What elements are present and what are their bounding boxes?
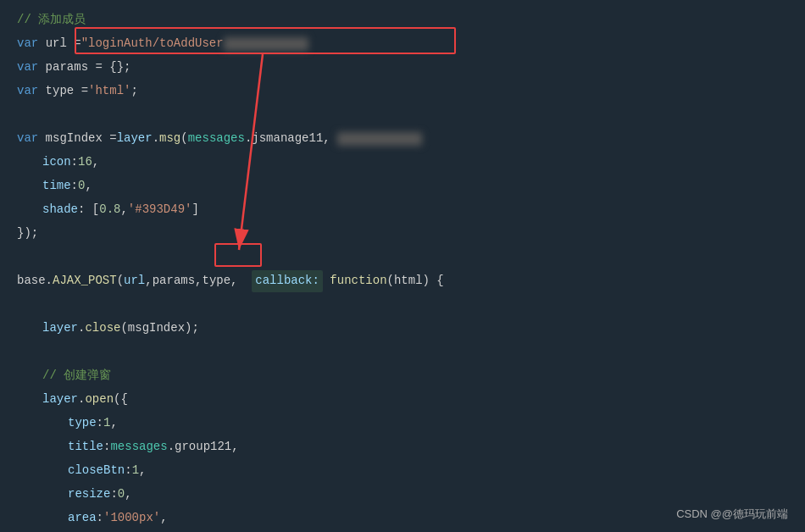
- comma-url: ,: [145, 271, 152, 291]
- html-param: (html) {: [387, 271, 444, 291]
- url-var-name: url =: [46, 34, 81, 54]
- icon-prop: icon: [42, 152, 71, 173]
- semicolon-1: ;: [130, 81, 137, 102]
- comma-3: ,: [120, 200, 127, 220]
- comma-closebtn: ,: [139, 461, 146, 481]
- paren-close-3: );: [185, 319, 199, 339]
- code-line-blank-4: [0, 341, 805, 364]
- code-line-time: time : 0 ,: [0, 175, 805, 198]
- colon-3: : [: [78, 200, 99, 220]
- layer-obj: layer: [117, 129, 153, 149]
- dot-1: .: [153, 129, 159, 149]
- dot-4: .: [78, 390, 85, 410]
- type1-prop: type: [68, 413, 97, 434]
- area-value: '1000px': [103, 508, 160, 529]
- dot-3: .: [78, 319, 85, 339]
- comma-1: ,: [92, 152, 99, 173]
- code-line-blank-3: [0, 293, 805, 317]
- shade-prop: shade: [42, 200, 78, 220]
- title-prop: title: [68, 437, 103, 457]
- space-2: [323, 271, 330, 291]
- keyword-var-4: var: [17, 129, 38, 149]
- shade-value-1: 0.8: [99, 200, 120, 220]
- paren-open-1: (: [180, 129, 187, 149]
- params-param: params,: [153, 271, 203, 291]
- code-line-ajax-post: base. AJAX_POST ( url , params, type, ca…: [0, 269, 805, 293]
- comment-text: // 添加成员: [17, 10, 86, 30]
- colon-area: :: [97, 508, 103, 529]
- open-paren-brace: ({: [114, 390, 128, 410]
- keyword-var-3: var: [17, 81, 38, 102]
- keyword-var-2: var: [17, 58, 38, 78]
- url-param: url: [124, 271, 145, 291]
- group121-prop: group121,: [175, 437, 239, 457]
- paren-open-3: (: [120, 319, 127, 339]
- base-obj: base.: [17, 271, 53, 291]
- open-method: open: [85, 390, 114, 410]
- code-line-shade: shade : [ 0.8 , '#393D49' ]: [0, 198, 805, 222]
- code-line-close-brace: });: [0, 222, 805, 246]
- code-line-var-params: var params = {};: [0, 56, 805, 80]
- close-method: close: [85, 319, 120, 339]
- colon-closebtn: :: [125, 461, 131, 481]
- dot-5: .: [168, 437, 175, 457]
- code-line-title1: title : messages . group121,: [0, 435, 805, 459]
- ajax-post-method: AJAX_POST: [53, 271, 117, 291]
- params-decl: params = {};: [38, 58, 130, 78]
- url-value: "loginAuth/toAddUser: [81, 34, 224, 54]
- msgindex-assign: msgIndex =: [38, 129, 116, 149]
- code-line-comment-create: // 创建弹窗: [0, 364, 805, 388]
- msg-method: msg: [159, 129, 180, 149]
- type-decl: type =: [38, 81, 88, 102]
- comma-type1: ,: [110, 413, 117, 434]
- code-line-var-url: var url = "loginAuth/toAddUser: [0, 32, 805, 56]
- type-value: 'html': [88, 81, 130, 102]
- icon-value: 16: [78, 152, 92, 173]
- resize-prop: resize: [68, 485, 110, 505]
- colon-resize: :: [110, 485, 117, 505]
- paren-open-2: (: [117, 271, 124, 291]
- time-prop: time: [42, 176, 71, 197]
- code-line-comment-add: // 添加成员: [0, 8, 805, 32]
- type1-value: 1: [103, 413, 110, 434]
- code-line-type1: type : 1 ,: [0, 412, 805, 435]
- comma-2: ,: [85, 176, 92, 197]
- code-line-layer-close: layer . close ( msgIndex );: [0, 317, 805, 341]
- jsmanage-prop: jsmanage11,: [252, 129, 337, 149]
- watermark: CSDN @@德玛玩前端: [676, 507, 788, 522]
- area-prop: area: [68, 508, 97, 529]
- code-line-closebtn: closeBtn : 1 ,: [0, 459, 805, 483]
- dot-2: .: [245, 129, 252, 149]
- callback-keyword: callback:: [252, 270, 323, 292]
- keyword-var-1: var: [17, 34, 38, 54]
- code-line-resize: resize : 0 ,: [0, 483, 805, 507]
- code-editor: // 添加成员 var url = "loginAuth/toAddUser v…: [0, 0, 805, 532]
- colon-1: :: [71, 152, 78, 173]
- code-line-var-type: var type = 'html' ;: [0, 80, 805, 103]
- close-brace-1: });: [17, 224, 38, 244]
- messages-obj-2: messages: [110, 437, 167, 457]
- closebtn-prop: closeBtn: [68, 461, 125, 481]
- space: [38, 34, 45, 54]
- code-line-layer-open: layer . open ({: [0, 388, 805, 412]
- resize-value: 0: [118, 485, 125, 505]
- function-keyword: function: [330, 271, 386, 291]
- colon-title: :: [103, 437, 110, 457]
- type-param: type,: [202, 271, 252, 291]
- layer-obj-2: layer: [42, 319, 78, 339]
- layer-obj-3: layer: [42, 390, 78, 410]
- code-line-blank-1: [0, 103, 805, 127]
- code-line-msgindex: var msgIndex = layer . msg ( messages . …: [0, 127, 805, 151]
- shade-color: '#393D49': [128, 200, 192, 220]
- colon-type1: :: [97, 413, 103, 434]
- redacted-url: [224, 37, 308, 51]
- comma-area: ,: [160, 508, 167, 529]
- colon-2: :: [71, 176, 78, 197]
- redacted-1: [337, 132, 422, 146]
- code-line-blank-2: [0, 246, 805, 269]
- closebtn-value: 1: [132, 461, 139, 481]
- time-value: 0: [78, 176, 85, 197]
- create-comment: // 创建弹窗: [42, 366, 111, 386]
- messages-obj-1: messages: [188, 129, 245, 149]
- msgindex-arg: msgIndex: [128, 319, 185, 339]
